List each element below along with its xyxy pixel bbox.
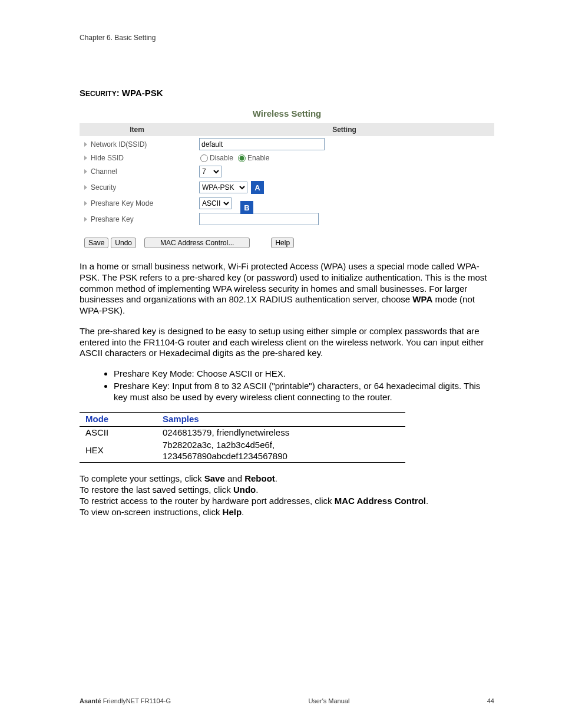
row-security: Security WPA-PSK A	[80, 179, 494, 196]
save-button[interactable]: Save	[84, 238, 108, 248]
security-select[interactable]: WPA-PSK	[199, 182, 247, 193]
samples-table: Mode Samples ASCII 0246813579, friendlyn…	[80, 412, 405, 463]
ssid-label: Network ID(SSID)	[91, 140, 147, 149]
hide-enable-radio[interactable]	[238, 154, 246, 162]
preshare-key-label: Preshare Key	[91, 215, 134, 223]
body-text: In a home or small business network, Wi-…	[80, 261, 494, 518]
callout-a: A	[251, 181, 264, 194]
channel-select[interactable]: 7	[199, 166, 222, 177]
panel-title: Wireless Setting	[80, 108, 494, 118]
help-button[interactable]: Help	[271, 238, 294, 248]
footer-left: Asanté FriendlyNET FR1104-G	[80, 697, 171, 704]
button-row: Save Undo MAC Address Control... Help	[84, 238, 494, 248]
hide-enable-text: Enable	[247, 154, 269, 162]
callout-b: B	[240, 201, 253, 214]
td-samples: 7b28202a3c, 1a2b3c4d5e6f, 1234567890abcd…	[157, 439, 405, 463]
hide-disable-radio[interactable]	[200, 154, 208, 162]
hide-disable-text: Disable	[210, 154, 233, 162]
td-mode: ASCII	[80, 427, 157, 439]
bullet-2: Preshare Key: Input from 8 to 32 ASCII (…	[114, 381, 494, 403]
td-samples: 0246813579, friendlynetwireless	[157, 427, 405, 439]
col-header-item: Item	[80, 123, 194, 136]
th-mode: Mode	[80, 413, 157, 427]
row-preshare-mode: Preshare Key Mode ASCII B	[80, 196, 494, 211]
mac-address-control-button[interactable]: MAC Address Control...	[144, 238, 250, 248]
bullet-1: Preshare Key Mode: Choose ASCII or HEX.	[114, 368, 494, 380]
row-ssid: Network ID(SSID)	[80, 136, 494, 152]
channel-label: Channel	[91, 167, 117, 176]
row-channel: Channel 7	[80, 164, 494, 179]
triangle-icon	[84, 169, 87, 174]
section-prefix: SECURITY	[80, 88, 117, 98]
triangle-icon	[84, 185, 87, 190]
section-name: WPA-PSK	[122, 88, 163, 98]
paragraph-2: The pre-shared key is designed to be eas…	[80, 326, 494, 359]
section-title: SECURITY: WPA-PSK	[80, 88, 494, 98]
triangle-icon	[84, 217, 87, 222]
preshare-mode-label: Preshare Key Mode	[91, 199, 153, 207]
td-mode: HEX	[80, 439, 157, 463]
triangle-icon	[84, 142, 87, 147]
row-hide-ssid: Hide SSID Disable Enable	[80, 152, 494, 164]
col-header-setting: Setting	[194, 123, 494, 136]
bullet-list: Preshare Key Mode: Choose ASCII or HEX. …	[80, 368, 494, 403]
paragraph-1: In a home or small business network, Wi-…	[80, 261, 494, 317]
wireless-settings-panel: Item Setting Network ID(SSID) Hide SSID …	[80, 123, 494, 248]
chapter-header: Chapter 6. Basic Setting	[80, 34, 494, 42]
ssid-input[interactable]	[199, 138, 325, 150]
preshare-mode-select[interactable]: ASCII	[199, 197, 232, 209]
triangle-icon	[84, 156, 87, 160]
row-preshare-key: Preshare Key	[80, 211, 494, 227]
table-row: HEX 7b28202a3c, 1a2b3c4d5e6f, 1234567890…	[80, 439, 405, 463]
section-sep: :	[117, 88, 122, 98]
table-row: ASCII 0246813579, friendlynetwireless	[80, 427, 405, 439]
preshare-key-input[interactable]	[199, 213, 319, 225]
footer-page-number: 44	[487, 697, 494, 704]
instructions: To complete your settings, click Save an…	[80, 473, 494, 518]
page-footer: Asanté FriendlyNET FR1104-G User's Manua…	[80, 697, 494, 704]
triangle-icon	[84, 201, 87, 206]
undo-button[interactable]: Undo	[111, 238, 136, 248]
hide-ssid-label: Hide SSID	[91, 154, 124, 162]
security-label: Security	[91, 183, 116, 192]
settings-header: Item Setting	[80, 123, 494, 136]
th-samples: Samples	[157, 413, 405, 427]
footer-center: User's Manual	[308, 697, 349, 704]
